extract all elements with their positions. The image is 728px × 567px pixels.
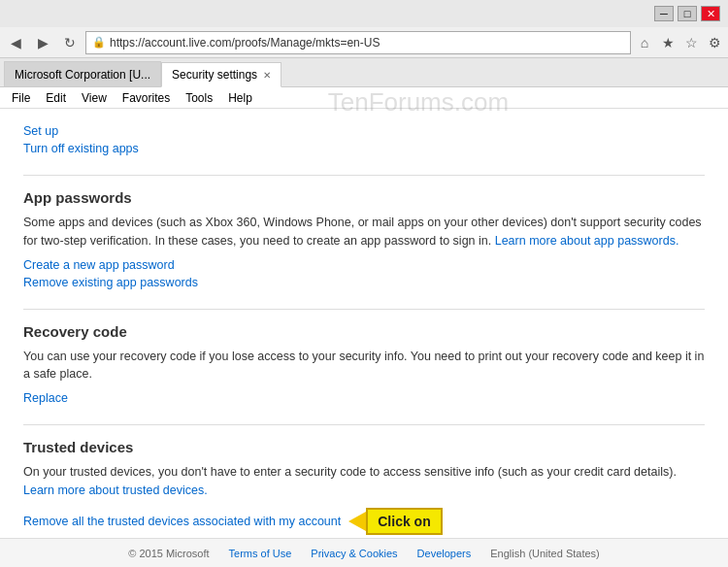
- remove-trusted-devices-link[interactable]: Remove all the trusted devices associate…: [23, 515, 341, 528]
- tooltip-label: Click on: [366, 508, 442, 535]
- recovery-code-text: You can use your recovery code if you lo…: [23, 348, 705, 384]
- nav-bar: ◀ ▶ ↻ 🔒 https://account.live.com/proofs/…: [0, 27, 728, 58]
- star-icon[interactable]: ★: [658, 33, 678, 52]
- url-text: https://account.live.com/proofs/Manage/m…: [110, 36, 624, 50]
- tab-security-settings[interactable]: Security settings ✕: [161, 62, 281, 87]
- home-icon[interactable]: ⌂: [635, 33, 654, 52]
- footer-developers[interactable]: Developers: [417, 548, 472, 559]
- star2-icon[interactable]: ☆: [681, 33, 701, 52]
- close-button[interactable]: ✕: [701, 6, 720, 21]
- setup-section: Set up Turn off existing apps: [23, 124, 705, 155]
- divider-3: [23, 424, 705, 425]
- footer-privacy[interactable]: Privacy & Cookies: [311, 548, 397, 559]
- gear-icon[interactable]: ⚙: [705, 33, 724, 52]
- tab-microsoft-label: Microsoft Corporation [U...: [15, 68, 150, 82]
- back-button[interactable]: ◀: [4, 31, 27, 54]
- replace-link[interactable]: Replace: [23, 391, 705, 405]
- menu-help[interactable]: Help: [220, 87, 260, 109]
- setup-link[interactable]: Set up: [23, 124, 705, 138]
- menu-tools[interactable]: Tools: [178, 87, 220, 109]
- footer-terms[interactable]: Terms of Use: [229, 548, 292, 559]
- minimize-button[interactable]: ─: [654, 6, 674, 21]
- app-passwords-title: App passwords: [23, 189, 705, 206]
- nav-icon-group: ⌂ ★ ☆ ⚙: [635, 33, 724, 52]
- refresh-button[interactable]: ↻: [58, 31, 82, 54]
- trusted-devices-title: Trusted devices: [23, 439, 705, 455]
- trusted-devices-section: Trusted devices On your trusted devices,…: [23, 439, 705, 535]
- menu-file[interactable]: File: [4, 87, 38, 109]
- divider-1: [23, 175, 705, 176]
- forward-button[interactable]: ▶: [31, 31, 54, 54]
- tab-microsoft[interactable]: Microsoft Corporation [U...: [4, 61, 161, 86]
- menu-view[interactable]: View: [74, 87, 115, 109]
- recovery-code-title: Recovery code: [23, 323, 705, 340]
- remove-trusted-devices-row: Remove all the trusted devices associate…: [23, 508, 705, 535]
- footer-copyright: © 2015 Microsoft: [128, 548, 209, 559]
- create-app-password-link[interactable]: Create a new app password: [23, 258, 705, 272]
- trusted-devices-learn-more[interactable]: Learn more about trusted devices.: [23, 484, 208, 497]
- menu-favorites[interactable]: Favorites: [115, 87, 178, 109]
- tooltip-arrow-icon: [348, 512, 366, 531]
- footer: © 2015 Microsoft Terms of Use Privacy & …: [0, 538, 728, 567]
- menu-bar: File Edit View Favorites Tools Help: [0, 87, 728, 109]
- app-passwords-text: Some apps and devices (such as Xbox 360,…: [23, 214, 705, 250]
- tab-security-label: Security settings: [172, 68, 257, 82]
- tab-bar: Microsoft Corporation [U... Security set…: [0, 58, 728, 87]
- divider-2: [23, 309, 705, 310]
- app-passwords-learn-more[interactable]: Learn more about app passwords.: [495, 234, 679, 248]
- maximize-button[interactable]: □: [678, 6, 697, 21]
- remove-app-password-link[interactable]: Remove existing app passwords: [23, 276, 705, 289]
- address-bar[interactable]: 🔒 https://account.live.com/proofs/Manage…: [85, 31, 631, 54]
- recovery-code-section: Recovery code You can use your recovery …: [23, 323, 705, 406]
- turn-off-apps-link[interactable]: Turn off existing apps: [23, 142, 705, 155]
- app-passwords-section: App passwords Some apps and devices (suc…: [23, 189, 705, 289]
- tooltip-wrapper: Click on: [341, 508, 442, 535]
- menu-edit[interactable]: Edit: [38, 87, 74, 109]
- page-content: Set up Turn off existing apps App passwo…: [0, 109, 728, 538]
- trusted-devices-text: On your trusted devices, you don't have …: [23, 463, 705, 500]
- footer-language: English (United States): [490, 548, 600, 559]
- lock-icon: 🔒: [92, 36, 106, 49]
- title-bar: ─ □ ✕: [0, 0, 728, 27]
- tab-close-icon[interactable]: ✕: [263, 70, 271, 81]
